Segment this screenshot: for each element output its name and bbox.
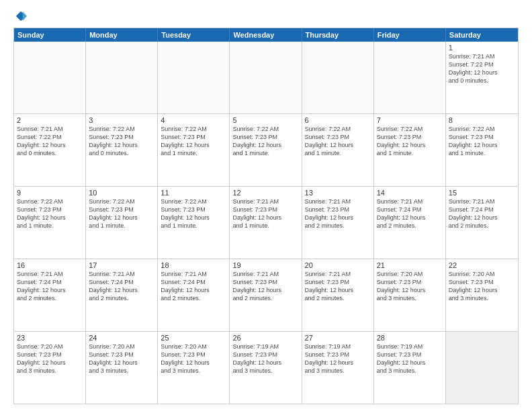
calendar-body: 1Sunrise: 7:21 AM Sunset: 7:22 PM Daylig…	[14, 42, 518, 404]
weekday-header: Tuesday	[158, 28, 230, 42]
day-info: Sunrise: 7:21 AM Sunset: 7:24 PM Dayligh…	[377, 197, 443, 230]
day-info: Sunrise: 7:21 AM Sunset: 7:22 PM Dayligh…	[17, 125, 83, 158]
calendar-day-cell: 22Sunrise: 7:20 AM Sunset: 7:23 PM Dayli…	[446, 259, 518, 331]
calendar-day-cell: 16Sunrise: 7:21 AM Sunset: 7:24 PM Dayli…	[14, 259, 86, 331]
calendar-empty-cell	[230, 42, 302, 113]
weekday-header: Saturday	[446, 28, 518, 42]
day-number: 1	[449, 44, 515, 52]
calendar-day-cell: 26Sunrise: 7:19 AM Sunset: 7:23 PM Dayli…	[230, 332, 302, 404]
weekday-header: Thursday	[302, 28, 374, 42]
calendar-row: 1Sunrise: 7:21 AM Sunset: 7:22 PM Daylig…	[14, 42, 518, 113]
calendar-empty-cell	[14, 42, 86, 113]
day-info: Sunrise: 7:21 AM Sunset: 7:23 PM Dayligh…	[305, 270, 371, 303]
calendar-day-cell: 6Sunrise: 7:22 AM Sunset: 7:23 PM Daylig…	[302, 114, 374, 186]
calendar-day-cell: 4Sunrise: 7:22 AM Sunset: 7:23 PM Daylig…	[158, 114, 230, 186]
calendar-day-cell: 14Sunrise: 7:21 AM Sunset: 7:24 PM Dayli…	[374, 187, 446, 259]
day-number: 16	[17, 261, 83, 269]
calendar-day-cell: 24Sunrise: 7:20 AM Sunset: 7:23 PM Dayli…	[86, 332, 158, 404]
day-number: 24	[89, 334, 154, 342]
calendar-empty-cell	[158, 42, 230, 113]
calendar-day-cell: 11Sunrise: 7:22 AM Sunset: 7:23 PM Dayli…	[158, 187, 230, 259]
calendar-row: 9Sunrise: 7:22 AM Sunset: 7:23 PM Daylig…	[14, 186, 518, 259]
day-info: Sunrise: 7:20 AM Sunset: 7:23 PM Dayligh…	[17, 342, 83, 375]
calendar-day-cell: 21Sunrise: 7:20 AM Sunset: 7:23 PM Dayli…	[374, 259, 446, 331]
day-info: Sunrise: 7:19 AM Sunset: 7:23 PM Dayligh…	[377, 342, 443, 375]
day-info: Sunrise: 7:20 AM Sunset: 7:23 PM Dayligh…	[449, 270, 515, 303]
day-number: 27	[305, 334, 371, 342]
day-info: Sunrise: 7:21 AM Sunset: 7:23 PM Dayligh…	[232, 197, 298, 230]
day-number: 14	[377, 189, 443, 197]
day-number: 10	[89, 189, 154, 197]
logo	[13, 10, 27, 22]
calendar-day-cell: 13Sunrise: 7:21 AM Sunset: 7:23 PM Dayli…	[302, 187, 374, 259]
calendar-day-cell: 25Sunrise: 7:20 AM Sunset: 7:23 PM Dayli…	[158, 332, 230, 404]
calendar-day-cell: 9Sunrise: 7:22 AM Sunset: 7:23 PM Daylig…	[14, 187, 86, 259]
day-info: Sunrise: 7:22 AM Sunset: 7:23 PM Dayligh…	[377, 125, 443, 158]
day-info: Sunrise: 7:22 AM Sunset: 7:23 PM Dayligh…	[89, 197, 154, 230]
day-info: Sunrise: 7:22 AM Sunset: 7:23 PM Dayligh…	[232, 125, 298, 158]
day-number: 8	[449, 116, 515, 124]
day-number: 6	[305, 116, 371, 124]
day-info: Sunrise: 7:22 AM Sunset: 7:23 PM Dayligh…	[17, 197, 83, 230]
calendar: SundayMondayTuesdayWednesdayThursdayFrid…	[13, 28, 519, 404]
calendar-day-cell: 18Sunrise: 7:21 AM Sunset: 7:24 PM Dayli…	[158, 259, 230, 331]
weekday-header: Sunday	[14, 28, 86, 42]
day-number: 2	[17, 116, 83, 124]
calendar-day-cell: 7Sunrise: 7:22 AM Sunset: 7:23 PM Daylig…	[374, 114, 446, 186]
page: SundayMondayTuesdayWednesdayThursdayFrid…	[0, 0, 532, 411]
day-number: 26	[232, 334, 298, 342]
calendar-row: 16Sunrise: 7:21 AM Sunset: 7:24 PM Dayli…	[14, 259, 518, 331]
day-info: Sunrise: 7:22 AM Sunset: 7:23 PM Dayligh…	[161, 197, 226, 230]
day-info: Sunrise: 7:20 AM Sunset: 7:23 PM Dayligh…	[377, 270, 443, 303]
day-number: 25	[161, 334, 226, 342]
calendar-day-cell: 5Sunrise: 7:22 AM Sunset: 7:23 PM Daylig…	[230, 114, 302, 186]
day-info: Sunrise: 7:19 AM Sunset: 7:23 PM Dayligh…	[232, 342, 298, 375]
day-number: 5	[232, 116, 298, 124]
day-number: 28	[377, 334, 443, 342]
calendar-day-cell: 2Sunrise: 7:21 AM Sunset: 7:22 PM Daylig…	[14, 114, 86, 186]
weekday-header: Friday	[374, 28, 446, 42]
calendar-day-cell: 23Sunrise: 7:20 AM Sunset: 7:23 PM Dayli…	[14, 332, 86, 404]
calendar-day-cell: 10Sunrise: 7:22 AM Sunset: 7:23 PM Dayli…	[86, 187, 158, 259]
day-info: Sunrise: 7:21 AM Sunset: 7:24 PM Dayligh…	[89, 270, 154, 303]
calendar-header: SundayMondayTuesdayWednesdayThursdayFrid…	[14, 28, 518, 42]
calendar-day-cell: 12Sunrise: 7:21 AM Sunset: 7:23 PM Dayli…	[230, 187, 302, 259]
calendar-empty-cell	[446, 332, 518, 404]
header	[13, 10, 519, 22]
day-info: Sunrise: 7:21 AM Sunset: 7:23 PM Dayligh…	[305, 197, 371, 230]
calendar-row: 2Sunrise: 7:21 AM Sunset: 7:22 PM Daylig…	[14, 113, 518, 186]
calendar-empty-cell	[374, 42, 446, 113]
weekday-header: Monday	[86, 28, 158, 42]
calendar-day-cell: 27Sunrise: 7:19 AM Sunset: 7:23 PM Dayli…	[302, 332, 374, 404]
calendar-day-cell: 28Sunrise: 7:19 AM Sunset: 7:23 PM Dayli…	[374, 332, 446, 404]
day-number: 3	[89, 116, 154, 124]
calendar-day-cell: 19Sunrise: 7:21 AM Sunset: 7:23 PM Dayli…	[230, 259, 302, 331]
day-info: Sunrise: 7:21 AM Sunset: 7:23 PM Dayligh…	[232, 270, 298, 303]
logo-icon	[15, 10, 27, 22]
day-info: Sunrise: 7:20 AM Sunset: 7:23 PM Dayligh…	[161, 342, 226, 375]
day-number: 9	[17, 189, 83, 197]
day-number: 22	[449, 261, 515, 269]
weekday-header: Wednesday	[230, 28, 302, 42]
day-info: Sunrise: 7:21 AM Sunset: 7:24 PM Dayligh…	[449, 197, 515, 230]
day-number: 17	[89, 261, 154, 269]
calendar-day-cell: 1Sunrise: 7:21 AM Sunset: 7:22 PM Daylig…	[446, 42, 518, 113]
calendar-day-cell: 8Sunrise: 7:22 AM Sunset: 7:23 PM Daylig…	[446, 114, 518, 186]
calendar-day-cell: 15Sunrise: 7:21 AM Sunset: 7:24 PM Dayli…	[446, 187, 518, 259]
day-info: Sunrise: 7:22 AM Sunset: 7:23 PM Dayligh…	[161, 125, 226, 158]
day-number: 15	[449, 189, 515, 197]
calendar-row: 23Sunrise: 7:20 AM Sunset: 7:23 PM Dayli…	[14, 331, 518, 404]
day-number: 12	[232, 189, 298, 197]
day-info: Sunrise: 7:21 AM Sunset: 7:22 PM Dayligh…	[449, 52, 515, 85]
day-number: 20	[305, 261, 371, 269]
svg-marker-1	[23, 11, 27, 21]
day-info: Sunrise: 7:22 AM Sunset: 7:23 PM Dayligh…	[305, 125, 371, 158]
day-info: Sunrise: 7:21 AM Sunset: 7:24 PM Dayligh…	[17, 270, 83, 303]
day-number: 21	[377, 261, 443, 269]
day-number: 4	[161, 116, 226, 124]
calendar-day-cell: 17Sunrise: 7:21 AM Sunset: 7:24 PM Dayli…	[86, 259, 158, 331]
day-number: 13	[305, 189, 371, 197]
day-number: 19	[232, 261, 298, 269]
day-info: Sunrise: 7:19 AM Sunset: 7:23 PM Dayligh…	[305, 342, 371, 375]
day-number: 23	[17, 334, 83, 342]
